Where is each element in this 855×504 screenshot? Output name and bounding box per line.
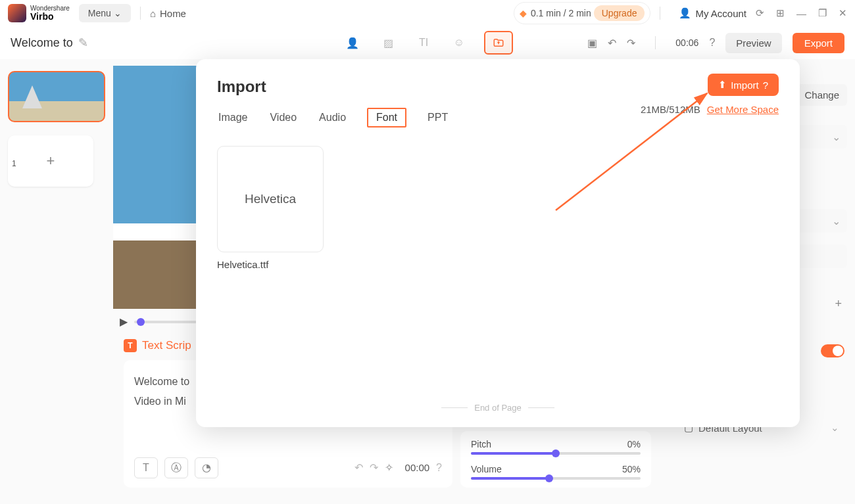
- audio-panel: Pitch 0% Volume 50%: [460, 431, 651, 488]
- scene-thumbnail-1[interactable]: [8, 71, 105, 122]
- diamond-icon: ◆: [520, 8, 527, 18]
- volume-slider[interactable]: [471, 477, 641, 480]
- play-icon[interactable]: ▶: [120, 315, 128, 328]
- toggle-switch[interactable]: [821, 344, 844, 357]
- avatar-tool-icon[interactable]: 👤: [342, 32, 363, 53]
- chevron-down-icon: ⌄: [114, 8, 122, 18]
- volume-label: Volume: [471, 464, 502, 474]
- import-btn-label: Import: [731, 80, 759, 91]
- storage-info: 21MB/512MB Get More Space: [641, 104, 779, 115]
- home-icon: ⌂: [150, 8, 156, 19]
- export-button[interactable]: Export: [793, 33, 844, 53]
- project-title: Welcome to: [11, 36, 73, 50]
- script-toolbar: T Ⓐ ◔ ↶ ↷ ✧ 00:00 ?: [134, 457, 442, 478]
- pitch-slider[interactable]: [471, 452, 641, 455]
- window-controls: ⟳ ⊞ — ❐ ✕: [756, 7, 847, 19]
- import-button[interactable]: ⬆ Import ?: [708, 74, 779, 96]
- brand-bottom: Virbo: [30, 12, 70, 21]
- popup-title: Import: [217, 78, 779, 96]
- storage-text: 21MB/512MB: [641, 104, 700, 115]
- logo-text: Wondershare Virbo: [30, 5, 70, 21]
- end-text: End of Page: [474, 403, 522, 413]
- home-label: Home: [160, 8, 186, 19]
- home-button[interactable]: ⌂ Home: [150, 8, 186, 19]
- redo-icon[interactable]: ↷: [627, 37, 635, 49]
- tab-ppt[interactable]: PPT: [426, 109, 449, 126]
- script-time: 00:00: [405, 459, 430, 478]
- right-actions: ▣ ↶ ↷ 00:06 ? Preview Export: [587, 33, 844, 53]
- apps-icon[interactable]: ⊞: [776, 7, 785, 19]
- save-icon[interactable]: ▣: [587, 37, 597, 49]
- undo-icon[interactable]: ↶: [608, 37, 616, 49]
- app-logo: Wondershare Virbo: [8, 4, 70, 22]
- logo-icon: [8, 4, 26, 22]
- add-scene-button[interactable]: +: [8, 135, 93, 187]
- editor-toolbar: Welcome to ✎ 👤 ▨ TI ☺ ▣ ↶ ↷ 00:06 ? Prev…: [0, 26, 855, 59]
- menu-button[interactable]: Menu ⌄: [79, 4, 131, 22]
- import-tool-icon[interactable]: [484, 31, 513, 55]
- chevron-down-icon: ⌄: [831, 422, 839, 434]
- get-more-space-link[interactable]: Get More Space: [707, 104, 779, 115]
- end-of-page-label: End of Page: [196, 403, 800, 413]
- time-display: 00:06: [675, 37, 698, 48]
- import-help-icon: ?: [763, 80, 768, 91]
- project-title-area: Welcome to ✎: [11, 35, 88, 50]
- import-popup: Import ⬆ Import ? Image Video Audio Font…: [196, 59, 800, 427]
- tab-video[interactable]: Video: [268, 109, 298, 126]
- upgrade-button[interactable]: Upgrade: [594, 5, 645, 21]
- text-tool-icon[interactable]: TI: [413, 32, 434, 53]
- pitch-label: Pitch: [471, 439, 491, 449]
- account-label: My Account: [695, 8, 746, 19]
- refresh-icon[interactable]: ⟳: [756, 7, 764, 19]
- font-filename: Helvetica.ttf: [217, 259, 779, 270]
- maximize-icon[interactable]: ❐: [818, 7, 827, 19]
- edit-title-icon[interactable]: ✎: [78, 35, 88, 50]
- upload-icon: ⬆: [718, 79, 727, 91]
- font-preview-text: Helvetica: [245, 192, 296, 206]
- text-badge-icon: T: [124, 339, 137, 352]
- user-icon: 👤: [679, 7, 691, 19]
- progress-handle[interactable]: [137, 318, 145, 326]
- sticker-tool-icon[interactable]: ☺: [449, 32, 470, 53]
- help-icon[interactable]: ?: [709, 37, 715, 49]
- tab-image[interactable]: Image: [217, 109, 249, 126]
- divider: [660, 7, 660, 20]
- tab-font[interactable]: Font: [367, 108, 406, 127]
- tab-audio[interactable]: Audio: [318, 109, 347, 126]
- divider: [655, 36, 656, 49]
- change-button[interactable]: Change: [796, 84, 847, 106]
- divider: [140, 7, 141, 20]
- background-tool-icon[interactable]: ▨: [378, 32, 399, 53]
- scene-number: 1: [12, 159, 16, 168]
- script-heading: Text Scrip: [142, 339, 191, 352]
- scenes-sidebar: 1 +: [0, 66, 113, 192]
- volume-value: 50%: [622, 464, 641, 474]
- add-property-button[interactable]: +: [835, 297, 842, 311]
- redo-script-icon[interactable]: ↷: [370, 458, 378, 478]
- undo-script-icon[interactable]: ↶: [354, 458, 363, 478]
- text-style-button[interactable]: T: [134, 457, 158, 478]
- minimize-icon[interactable]: —: [796, 8, 806, 19]
- usage-pill: ◆ 0.1 min / 2 min Upgrade: [514, 2, 651, 24]
- center-tool-icons: 👤 ▨ TI ☺: [342, 31, 513, 55]
- script-help-icon[interactable]: ?: [436, 458, 442, 478]
- brush-icon[interactable]: ✧: [385, 458, 393, 478]
- font-grid: Helvetica Helvetica.ttf: [217, 146, 779, 270]
- pitch-value: 0%: [627, 439, 641, 449]
- usage-text: 0.1 min / 2 min: [531, 8, 591, 18]
- font-card-helvetica[interactable]: Helvetica: [217, 146, 324, 252]
- close-icon[interactable]: ✕: [839, 7, 847, 19]
- ai-button[interactable]: Ⓐ: [164, 457, 188, 478]
- window-titlebar: Wondershare Virbo Menu ⌄ ⌂ Home ◆ 0.1 mi…: [0, 0, 855, 26]
- menu-label: Menu: [88, 8, 111, 18]
- my-account-button[interactable]: 👤 My Account: [679, 7, 746, 19]
- timer-button[interactable]: ◔: [195, 457, 218, 478]
- preview-button[interactable]: Preview: [725, 33, 781, 53]
